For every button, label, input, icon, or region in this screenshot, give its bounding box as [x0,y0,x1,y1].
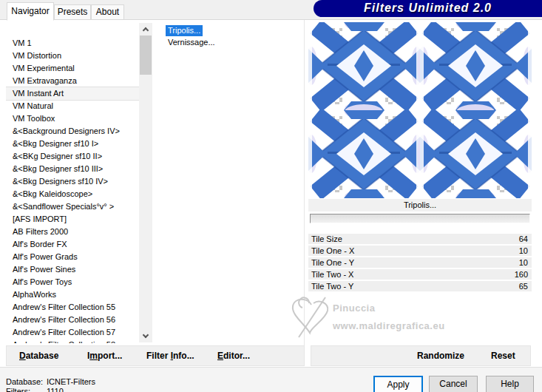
category-item-label: AlphaWorks [13,290,56,299]
preview-caption: Tripolis... [308,199,532,212]
category-item[interactable]: &<Sandflower Specials°v° > [6,200,139,213]
footer-menu-right: Randomize Reset [311,345,531,366]
category-list: VM 1 VM Distortion VM Experimental VM Ex… [6,23,139,343]
category-item-label: Andrew's Filter Collection 56 [13,315,115,324]
editor-button[interactable]: Editor... [217,346,250,365]
status-database-value: ICNET-Filters [47,377,95,386]
scrollbar-thumb[interactable] [140,36,152,75]
category-item-label: Alf's Border FX [13,240,67,249]
category-item[interactable]: &<Bkg Kaleidoscope> [6,188,139,200]
parameter-row[interactable]: Tile Two - Y 65 [308,281,532,291]
category-item[interactable]: AlphaWorks [6,288,139,301]
category-item[interactable]: Alf's Power Sines [6,263,139,276]
category-item-label: &<Bkg Designer sf10 III> [13,164,103,173]
category-item-label: [AFS IMPORT] [13,214,67,223]
category-item-label: &<BKg Designer sf10 II> [13,152,102,160]
category-item-label: VM Experimental [13,64,75,72]
filter-item-label: Tripolis... [168,26,200,35]
scroll-up-icon[interactable] [139,23,152,36]
category-item-label: VM Distortion [13,51,61,60]
footer-menu-left: Database Import... Filter Info... Editor… [6,345,305,366]
help-button[interactable]: Help [486,376,534,392]
title-banner: Filters Unlimited 2.0 [314,0,542,17]
category-item-label: VM Toolbox [13,114,55,123]
status-filters-label: Filters: [6,387,46,392]
category-item[interactable]: &<Bkg Designer sf10 III> [6,163,139,175]
category-item-label: AB Filters 2000 [13,227,68,236]
category-item[interactable]: [AFS IMPORT] [6,213,139,226]
parameter-label: Tile Size [311,234,342,243]
category-item-label: Alf's Power Sines [13,265,75,274]
category-item[interactable]: AB Filters 2000 [6,226,139,238]
watermark-name: Pinuccia [333,303,445,314]
filter-item-label: Vernissage... [168,38,215,47]
randomize-button[interactable]: Randomize [417,346,464,365]
category-item-label: Alf's Power Toys [13,277,72,286]
filter-list: Tripolis... Vernissage... [159,23,301,342]
filter-item[interactable]: Vernissage... [166,37,217,48]
category-item[interactable]: Alf's Border FX [6,238,139,251]
preview-image [308,22,532,198]
parameter-value: 160 [515,270,528,279]
tab-presets[interactable]: Presets [54,4,91,20]
parameter-row[interactable]: Tile One - X 10 [308,246,532,256]
filter-preview [308,22,532,198]
category-item[interactable]: VM 1 [6,37,139,50]
category-item[interactable]: Andrew's Filter Collection 55 [6,301,139,314]
parameter-label: Tile Two - Y [311,282,353,291]
category-item[interactable]: Alf's Power Toys [6,276,139,288]
cancel-button[interactable]: Cancel [429,376,478,392]
category-item-label: VM Extravaganza [13,76,77,85]
parameter-row[interactable]: Tile Size 64 [308,234,532,244]
parameter-label: Tile Two - X [311,270,353,279]
category-item-label: Andrew's Filter Collection 55 [13,303,115,311]
category-item[interactable]: &<Bkg Designer sf10 I> [6,138,139,150]
status-filters-value: 1110 [47,387,64,392]
watermark-url: www.maldiregrafica.eu [333,320,445,331]
category-item[interactable]: Andrew's Filter Collection 57 [6,326,139,339]
category-item[interactable]: VM Experimental [6,62,139,75]
category-item[interactable]: Andrew's Filter Collection 58 [6,339,139,343]
category-item-label: VM Natural [13,101,53,110]
category-item[interactable]: VM Extravaganza [6,75,139,87]
parameter-row[interactable]: Tile One - Y 10 [308,257,532,268]
tab-navigator[interactable]: Navigator [7,2,54,21]
category-item-label: Andrew's Filter Collection 57 [13,328,115,337]
category-item[interactable]: &<Background Designers IV> [6,125,139,138]
category-item[interactable]: Alf's Power Grads [6,251,139,263]
category-item-label: Andrew's Filter Collection 58 [13,340,115,343]
app-title: Filters Unlimited 2.0 [314,0,542,16]
apply-button[interactable]: Apply [373,376,423,392]
category-item[interactable]: VM Distortion [6,50,139,62]
watermark-text: Pinuccia www.maldiregrafica.eu [333,303,445,331]
filter-info-button[interactable]: Filter Info... [146,346,194,365]
parameter-label: Tile One - X [311,246,354,255]
scroll-down-icon[interactable] [139,330,152,342]
filter-item[interactable]: Tripolis... [166,25,203,36]
tab-about[interactable]: About [91,4,124,20]
category-item-label: VM Instant Art [13,89,64,98]
category-item-label: Alf's Power Grads [13,252,78,261]
reset-button[interactable]: Reset [491,346,515,365]
category-item[interactable]: Andrew's Filter Collection 56 [6,314,139,326]
import-button[interactable]: Import... [87,346,122,365]
category-item-label: &<Sandflower Specials°v° > [13,202,114,211]
category-item[interactable]: &<BKg Designer sf10 II> [6,150,139,163]
category-item[interactable]: VM Toolbox [6,112,139,125]
parameter-row[interactable]: Tile Two - X 160 [308,269,532,280]
category-item-label: &<Bkg Designer sf10 I> [13,139,98,148]
parameter-value: 65 [519,282,528,291]
category-scrollbar[interactable] [139,23,152,342]
category-item[interactable]: VM Instant Art [6,87,139,100]
database-button[interactable]: Database [19,346,58,365]
parameter-value: 64 [519,234,528,243]
parameter-label: Tile One - Y [311,258,354,267]
parameter-value: 10 [519,258,528,267]
category-item-label: &<Background Designers IV> [13,126,120,135]
category-item-label: &<Bkg Kaleidoscope> [13,189,92,198]
parameter-value: 10 [519,246,528,255]
parameter-panel: Tile Size 64 Tile One - X 10 Tile One - … [308,234,532,293]
category-item[interactable]: VM Natural [6,100,139,112]
category-item-label: &<Bkg Designers sf10 IV> [13,177,108,186]
category-item[interactable]: &<Bkg Designers sf10 IV> [6,175,139,188]
